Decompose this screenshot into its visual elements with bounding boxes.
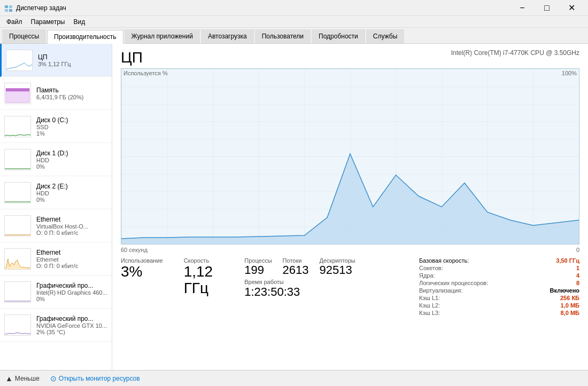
chevron-down-icon: ▲	[5, 374, 13, 383]
sub-stats-area: Процессы 199 Потоки 2613 Дескрипторы 925…	[244, 257, 408, 317]
logical-value: 8	[576, 280, 579, 286]
ethernet2-name: Ethernet	[36, 249, 107, 256]
descriptors-block: Дескрипторы 92513	[320, 257, 355, 277]
runtime-value: 1:23:50:33	[244, 285, 408, 299]
memory-usage: 6,4/31,9 ГБ (20%)	[36, 94, 107, 100]
open-monitor-button[interactable]: ⊙ Открыть монитор ресурсов	[50, 374, 140, 383]
usage-value: 3%	[121, 264, 171, 280]
sockets-value: 1	[576, 265, 579, 271]
sidebar-item-cpu[interactable]: ЦП 3% 1,12 ГГц	[0, 44, 112, 77]
disk0-thumbnail	[4, 116, 31, 137]
gpu2-thumbnail	[4, 314, 31, 336]
gpu1-type: Intel(R) HD Graphics 460...	[36, 289, 107, 296]
svg-rect-3	[9, 9, 12, 12]
cache-l2-label: Кэш L2:	[419, 302, 440, 309]
menu-params[interactable]: Параметры	[27, 17, 69, 27]
sidebar-item-ethernet1[interactable]: Ethernet VirtualBox Host-O... О: 0 П: 0 …	[0, 209, 112, 242]
less-button[interactable]: ▲ Меньше	[5, 374, 40, 383]
chart-y-max: 100%	[562, 70, 577, 76]
ethernet1-type: VirtualBox Host-O...	[36, 223, 107, 230]
gpu1-info: Графический про... Intel(R) HD Graphics …	[36, 282, 107, 302]
sidebar-item-gpu1[interactable]: Графический про... Intel(R) HD Graphics …	[0, 275, 112, 309]
gpu1-usage: 0%	[36, 296, 107, 302]
cpu-info: ЦП 3% 1,12 ГГц	[38, 53, 107, 67]
page-title: ЦП	[121, 49, 143, 66]
tab-details[interactable]: Подробности	[312, 29, 365, 43]
tab-users[interactable]: Пользователи	[255, 29, 311, 43]
cpu-chart: Используется % 100%	[121, 68, 579, 245]
disk0-type: SSD	[36, 124, 107, 130]
specs-block: Базовая скорость: 3,50 ГГц Сокетов: 1 Яд…	[419, 257, 579, 317]
ethernet1-name: Ethernet	[36, 216, 107, 223]
sockets-label: Сокетов:	[419, 265, 443, 271]
virt-value: Включено	[550, 287, 579, 294]
tab-performance[interactable]: Производительность	[47, 30, 123, 44]
processes-block: Процессы 199	[244, 257, 272, 277]
tab-processes[interactable]: Процессы	[2, 29, 46, 43]
menu-view[interactable]: Вид	[69, 17, 89, 27]
close-button[interactable]: ✕	[559, 0, 584, 16]
svg-rect-15	[5, 315, 30, 335]
base-speed-value: 3,50 ГГц	[556, 257, 579, 264]
svg-rect-11	[5, 216, 30, 236]
svg-rect-7	[6, 88, 29, 91]
tab-app-history[interactable]: Журнал приложений	[125, 29, 200, 43]
svg-rect-2	[5, 9, 8, 12]
disk0-name: Диск 0 (C:)	[36, 116, 107, 124]
svg-rect-14	[5, 282, 30, 302]
process-stats: Процессы 199 Потоки 2613 Дескрипторы 925…	[244, 257, 408, 277]
tab-bar: Процессы Производительность Журнал прило…	[0, 28, 588, 44]
cpu-usage: 3% 1,12 ГГц	[38, 61, 107, 67]
window-controls: − □ ✕	[510, 0, 584, 16]
cpu-model: Intel(R) Core(TM) i7-4770K CPU @ 3.50GHz	[451, 49, 579, 57]
ethernet1-thumbnail	[4, 215, 31, 237]
main-area: ЦП 3% 1,12 ГГц Память 6,4/31,9 ГБ (20%)	[0, 44, 588, 370]
cache-l3-label: Кэш L3:	[419, 310, 440, 316]
sidebar-item-gpu2[interactable]: Графический про... NVIDIA GeForce GTX 10…	[0, 309, 112, 342]
title-bar: Диспетчер задач − □ ✕	[0, 0, 588, 16]
disk2-type: HDD	[36, 190, 107, 196]
sidebar-item-disk1[interactable]: Диск 1 (D:) HDD 0%	[0, 143, 112, 176]
gpu2-type: NVIDIA GeForce GTX 10...	[36, 322, 107, 329]
ethernet2-thumbnail	[4, 248, 31, 270]
chart-time-end: 0	[576, 247, 579, 253]
ethernet1-info: Ethernet VirtualBox Host-O... О: 0 П: 0 …	[36, 216, 107, 236]
disk2-name: Диск 2 (E:)	[36, 183, 107, 190]
cache-l1-label: Кэш L1:	[419, 295, 440, 301]
chart-y-label: Используется %	[123, 70, 168, 76]
runtime-block: Время работы 1:23:50:33	[244, 279, 408, 299]
cpu-name: ЦП	[38, 53, 107, 61]
disk0-info: Диск 0 (C:) SSD 1%	[36, 116, 107, 137]
content-area: ЦП Intel(R) Core(TM) i7-4770K CPU @ 3.50…	[112, 44, 588, 370]
cpu-thumbnail	[6, 50, 33, 71]
ethernet2-type: Ethernet	[36, 256, 107, 263]
minimize-button[interactable]: −	[510, 0, 535, 16]
sidebar-item-ethernet2[interactable]: Ethernet Ethernet О: 0 П: 0 кбит/с	[0, 242, 112, 275]
content-header: ЦП Intel(R) Core(TM) i7-4770K CPU @ 3.50…	[121, 49, 579, 66]
cores-label: Ядра:	[419, 272, 435, 279]
app-icon	[4, 4, 13, 12]
ethernet1-usage: О: 0 П: 0 кбит/с	[36, 230, 107, 236]
sidebar-item-memory[interactable]: Память 6,4/31,9 ГБ (20%)	[0, 77, 112, 110]
bottom-bar: ▲ Меньше ⊙ Открыть монитор ресурсов	[0, 370, 588, 386]
chart-time-start: 60 секунд	[121, 247, 148, 253]
cache-l1-value: 256 КБ	[560, 295, 579, 301]
disk1-type: HDD	[36, 157, 107, 163]
cache-l3-value: 8,0 МБ	[561, 310, 579, 316]
svg-rect-0	[5, 5, 8, 8]
menu-file[interactable]: Файл	[2, 17, 27, 27]
ethernet2-info: Ethernet Ethernet О: 0 П: 0 кбит/с	[36, 249, 107, 269]
disk2-info: Диск 2 (E:) HDD 0%	[36, 183, 107, 203]
svg-rect-9	[5, 149, 30, 170]
virt-label: Виртуализация:	[419, 287, 462, 294]
maximize-button[interactable]: □	[535, 0, 559, 16]
cpu-chart-svg	[121, 69, 579, 244]
sidebar-item-disk2[interactable]: Диск 2 (E:) HDD 0%	[0, 176, 112, 209]
disk2-thumbnail	[4, 182, 31, 203]
tab-startup[interactable]: Автозагрузка	[201, 29, 254, 43]
gpu1-thumbnail	[4, 281, 31, 303]
threads-block: Потоки 2613	[283, 257, 309, 277]
svg-rect-8	[5, 116, 30, 137]
tab-services[interactable]: Службы	[366, 29, 404, 43]
sidebar-item-disk0[interactable]: Диск 0 (C:) SSD 1%	[0, 110, 112, 143]
